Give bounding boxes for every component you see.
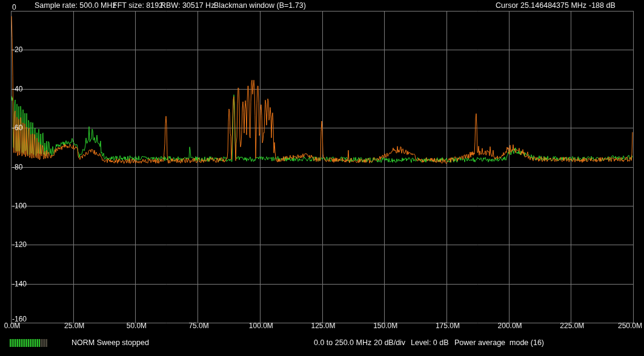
x-tick-label: 125.0M: [311, 321, 335, 330]
meter-bar: [41, 339, 42, 347]
x-tick-label: 150.0M: [373, 321, 397, 330]
meter-bar: [39, 339, 40, 347]
meter-bar: [37, 339, 38, 347]
meter-bar: [10, 339, 11, 347]
span-label: 0.0 to 250.0 MHz: [314, 338, 371, 347]
x-tick-label: 250.0M: [618, 321, 642, 330]
meter-bar: [12, 339, 13, 347]
x-tick-label: 175.0M: [436, 321, 460, 330]
sweep-status-label: NORM Sweep stopped: [71, 338, 149, 347]
y-tick-label: 0: [12, 3, 16, 12]
signal-level-meter: [10, 339, 48, 347]
x-tick-label: 225.0M: [560, 321, 584, 330]
x-tick-label: 0.0M: [4, 321, 21, 330]
y-tick-label: -40: [12, 85, 22, 93]
rbw-label: RBW: 30517 Hz: [161, 1, 214, 10]
meter-bar: [24, 339, 25, 347]
y-tick-label: -80: [12, 163, 22, 171]
meter-bar: [46, 339, 47, 347]
cursor-level-label: -188 dB: [589, 1, 616, 10]
x-tick-label: 75.0M: [188, 321, 208, 330]
meter-bar: [26, 339, 27, 347]
meter-bar: [21, 339, 22, 347]
cursor-freq-label: Cursor 25.146484375 MHz: [496, 1, 586, 10]
meter-bar: [17, 339, 18, 347]
x-tick-label: 25.0M: [64, 321, 84, 330]
y-tick-label: -120: [12, 240, 27, 249]
meter-bar: [35, 339, 36, 347]
meter-bar: [33, 339, 35, 347]
meter-bar: [15, 339, 16, 347]
meter-bar: [19, 339, 20, 347]
level-label: Level: 0 dB: [411, 338, 449, 347]
meter-bar: [44, 339, 45, 347]
x-tick-label: 200.0M: [498, 321, 522, 330]
window-label: Blackman window (B=1.73): [214, 1, 306, 10]
fft-size-label: FFT size: 8192: [113, 1, 163, 10]
meter-bar: [13, 339, 15, 347]
y-tick-label: -140: [12, 280, 27, 288]
x-tick-label: 50.0M: [127, 321, 147, 330]
mode-label: Power average mode (16): [454, 338, 544, 347]
meter-bar: [22, 339, 24, 347]
meter-bar: [42, 339, 44, 347]
meter-bar: [32, 339, 33, 347]
y-tick-label: -20: [12, 45, 22, 54]
sample-rate-label: Sample rate: 500.0 MHz: [35, 1, 116, 10]
spectrum-plot[interactable]: [0, 0, 644, 356]
scale-label: 20 dB/div: [374, 338, 405, 347]
y-tick-label: -60: [12, 124, 22, 132]
meter-bar: [28, 339, 29, 347]
spectrum-analyzer-window: Sample rate: 500.0 MHz FFT size: 8192 RB…: [0, 0, 644, 356]
meter-bar: [30, 339, 31, 347]
x-tick-label: 100.0M: [249, 321, 273, 330]
y-tick-label: -100: [12, 202, 27, 210]
